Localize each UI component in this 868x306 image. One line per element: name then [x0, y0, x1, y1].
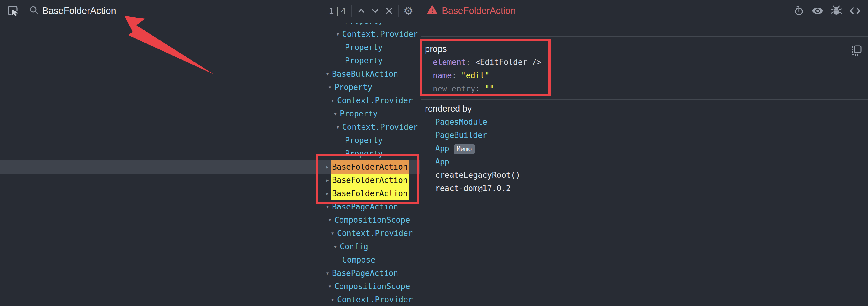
prop-value[interactable]: "": [485, 84, 494, 93]
tree-row[interactable]: Property: [0, 41, 420, 54]
tree-row[interactable]: ▸BaseFolderAction: [0, 174, 420, 187]
tree-row-label[interactable]: CompositionScope: [333, 213, 411, 226]
tree-row[interactable]: Property: [0, 147, 420, 160]
tree-row[interactable]: ▾Property: [0, 107, 420, 120]
tree-row-label[interactable]: Compose: [341, 253, 377, 267]
rendered-by-row: PageBuilder: [435, 128, 864, 142]
tree-row[interactable]: Property: [0, 54, 420, 67]
copy-icon: [850, 45, 863, 57]
clear-search-button[interactable]: [382, 2, 396, 19]
settings-button[interactable]: ⚙: [401, 2, 415, 19]
component-tree-panel: 1 | 4 ⚙ Proper: [0, 0, 421, 306]
tree-row-label[interactable]: BaseBulkAction: [331, 67, 399, 81]
view-source-button[interactable]: [848, 2, 862, 19]
caret-right-icon[interactable]: ▸: [323, 187, 331, 200]
tree-row[interactable]: ▸BaseFolderAction: [0, 187, 420, 200]
caret-down-icon[interactable]: ▾: [331, 240, 339, 253]
tree-row-label[interactable]: BaseFolderAction: [331, 187, 409, 200]
tree-row[interactable]: ▾Context.Provider: [0, 226, 420, 240]
copy-props-button[interactable]: [850, 45, 863, 58]
rendered-by-row: react-dom@17.0.2: [435, 182, 864, 195]
toolbar-divider: [398, 4, 399, 17]
tree-row[interactable]: ▾BaseBulkAction: [0, 67, 420, 81]
tree-row-label[interactable]: Context.Provider: [341, 120, 419, 134]
caret-right-icon[interactable]: ▸: [323, 174, 331, 187]
tree-row[interactable]: ▾CompositionScope: [0, 280, 420, 293]
tree-row-label[interactable]: Property: [344, 23, 384, 27]
owner-link[interactable]: PagesModule: [435, 117, 487, 126]
caret-down-icon[interactable]: ▾: [331, 107, 339, 120]
tree-row[interactable]: ▾Config: [0, 240, 420, 253]
tree-row-label[interactable]: Property: [344, 41, 384, 54]
tree-row-label[interactable]: Config: [339, 240, 369, 253]
inspect-dom-element-button[interactable]: [811, 2, 825, 19]
tree-row[interactable]: ▾BasePageAction: [0, 200, 420, 213]
suspend-toggle-button[interactable]: [792, 2, 806, 19]
caret-down-icon[interactable]: ▾: [329, 94, 337, 107]
tree-row[interactable]: ▾CompositionScope: [0, 213, 420, 226]
prop-value[interactable]: "edit": [461, 71, 490, 80]
caret-down-icon[interactable]: ▾: [323, 200, 331, 213]
tree-row-label[interactable]: Context.Provider: [341, 27, 419, 41]
previous-match-button[interactable]: [354, 2, 368, 19]
tree-row-label[interactable]: Property: [344, 147, 384, 160]
tree-row[interactable]: ▸BaseFolderAction: [0, 160, 420, 174]
code-brackets-icon: [849, 5, 861, 16]
gear-icon: ⚙: [403, 5, 413, 17]
tree-row[interactable]: ▾BasePageAction: [0, 267, 420, 280]
tree-row-label[interactable]: BaseFolderAction: [331, 174, 409, 187]
tree-row-label[interactable]: Property: [344, 134, 384, 147]
rendered-by-row: App: [435, 155, 864, 169]
inspect-element-button[interactable]: [6, 2, 20, 19]
tree-row-label[interactable]: BasePageAction: [331, 200, 399, 213]
caret-down-icon[interactable]: ▾: [323, 67, 331, 81]
caret-down-icon[interactable]: ▾: [334, 120, 342, 134]
tree-row-label[interactable]: BaseFolderAction: [331, 160, 409, 174]
caret-down-icon[interactable]: ▾: [326, 81, 334, 94]
tree-row-label[interactable]: Property: [339, 107, 379, 120]
tree-row[interactable]: Compose: [0, 253, 420, 267]
owner-link[interactable]: App: [435, 157, 450, 166]
tree-row-label[interactable]: Context.Provider: [336, 94, 414, 107]
props-section: props element: <EditFolder />name: "edit…: [421, 36, 868, 99]
tree-row-label[interactable]: CompositionScope: [333, 280, 411, 293]
tree-row[interactable]: ▾Context.Provider: [0, 94, 420, 107]
chevron-down-icon: [370, 6, 380, 16]
react-devtools-components-panel: 1 | 4 ⚙ Proper: [0, 0, 868, 306]
caret-down-icon[interactable]: ▾: [323, 267, 331, 280]
rendered-by-label: rendered by: [425, 102, 864, 115]
prop-key: name: [433, 71, 452, 80]
memo-badge: Memo: [454, 144, 475, 154]
tree-row-label[interactable]: Context.Provider: [336, 226, 414, 240]
tree-row[interactable]: ▾Property: [0, 81, 420, 94]
inspected-element-toolbar: BaseFolderAction: [421, 0, 868, 22]
search-input[interactable]: [42, 5, 329, 16]
tree-row[interactable]: ▾Context.Provider: [0, 120, 420, 134]
tree-row-label[interactable]: Property: [333, 81, 373, 94]
tree-row-label[interactable]: Property: [344, 54, 384, 67]
caret-down-icon[interactable]: ▾: [326, 213, 334, 226]
tree-row[interactable]: ▾Context.Provider: [0, 27, 420, 41]
eye-icon: [812, 5, 824, 16]
tree-row[interactable]: Property: [0, 134, 420, 147]
prop-value[interactable]: <EditFolder />: [475, 58, 541, 67]
caret-down-icon[interactable]: ▾: [329, 226, 337, 240]
caret-down-icon[interactable]: ▾: [329, 293, 337, 306]
owner-link[interactable]: PageBuilder: [435, 131, 487, 140]
stopwatch-icon: [794, 5, 804, 16]
prop-key: element: [433, 58, 466, 67]
caret-down-icon[interactable]: ▾: [326, 280, 334, 293]
prop-colon: :: [452, 71, 461, 80]
tree-row[interactable]: Property: [0, 23, 420, 27]
caret-down-icon[interactable]: ▾: [334, 27, 342, 41]
caret-right-icon[interactable]: ▸: [323, 160, 331, 174]
toolbar-divider: [24, 4, 24, 17]
owner-link[interactable]: App: [435, 144, 450, 153]
inspected-element-panel: BaseFolderAction: [421, 0, 868, 306]
next-match-button[interactable]: [368, 2, 382, 19]
tree-row-label[interactable]: Context.Provider: [336, 293, 414, 306]
tree-row[interactable]: ▾Context.Provider: [0, 293, 420, 306]
rendered-by-section: rendered by PagesModulePageBuilderAppMem…: [421, 99, 868, 198]
tree-row-label[interactable]: BasePageAction: [331, 267, 399, 280]
log-to-console-button[interactable]: [829, 2, 843, 19]
